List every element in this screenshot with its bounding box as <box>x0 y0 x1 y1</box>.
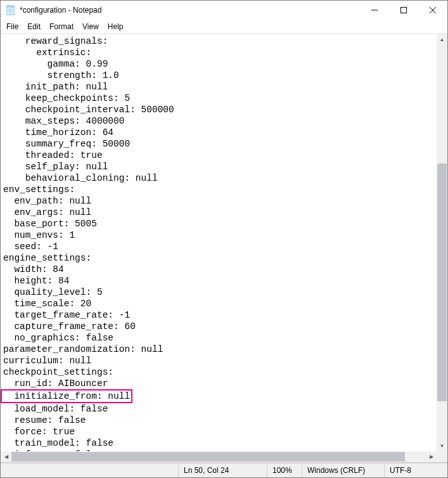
editor-area: reward_signals: extrinsic: gamma: 0.99 s… <box>1 34 447 463</box>
horizontal-scroll-track[interactable] <box>11 451 426 462</box>
minimize-button[interactable] <box>360 1 389 20</box>
scroll-up-icon[interactable]: ▲ <box>437 34 447 45</box>
svg-rect-1 <box>7 6 14 8</box>
vertical-scrollbar[interactable]: ▲ ▼ <box>437 34 447 451</box>
status-bar: Ln 50, Col 24 100% Windows (CRLF) UTF-8 <box>1 463 447 477</box>
scroll-right-icon[interactable]: ▶ <box>426 451 437 462</box>
svg-rect-7 <box>401 8 407 13</box>
scroll-down-icon[interactable]: ▼ <box>437 441 447 451</box>
menu-bar: File Edit Format View Help <box>1 20 447 34</box>
status-line-ending: Windows (CRLF) <box>302 463 384 477</box>
status-zoom: 100% <box>267 463 302 477</box>
menu-format[interactable]: Format <box>45 21 78 32</box>
title-bar[interactable]: *configuration - Notepad <box>1 1 447 20</box>
menu-help[interactable]: Help <box>103 21 128 32</box>
vertical-scroll-track[interactable] <box>437 45 447 441</box>
menu-view[interactable]: View <box>78 21 103 32</box>
vertical-scroll-thumb[interactable] <box>437 164 447 401</box>
scroll-left-icon[interactable]: ◀ <box>1 451 11 462</box>
menu-file[interactable]: File <box>2 21 23 32</box>
menu-edit[interactable]: Edit <box>23 21 45 32</box>
horizontal-scrollbar[interactable]: ◀ ▶ <box>1 451 437 462</box>
window-controls <box>360 1 447 20</box>
maximize-button[interactable] <box>389 1 418 20</box>
notepad-icon <box>6 5 16 15</box>
close-button[interactable] <box>418 1 447 20</box>
scroll-corner <box>437 451 447 462</box>
notepad-window: *configuration - Notepad File Edit Forma… <box>0 0 448 478</box>
window-title: *configuration - Notepad <box>20 6 360 15</box>
statusbar-spacer <box>1 463 178 477</box>
status-encoding: UTF-8 <box>384 463 447 477</box>
text-editor[interactable]: reward_signals: extrinsic: gamma: 0.99 s… <box>1 34 437 451</box>
horizontal-scroll-thumb[interactable] <box>11 452 405 462</box>
highlighted-line: initialize_from: null <box>1 389 132 403</box>
status-position: Ln 50, Col 24 <box>178 463 267 477</box>
